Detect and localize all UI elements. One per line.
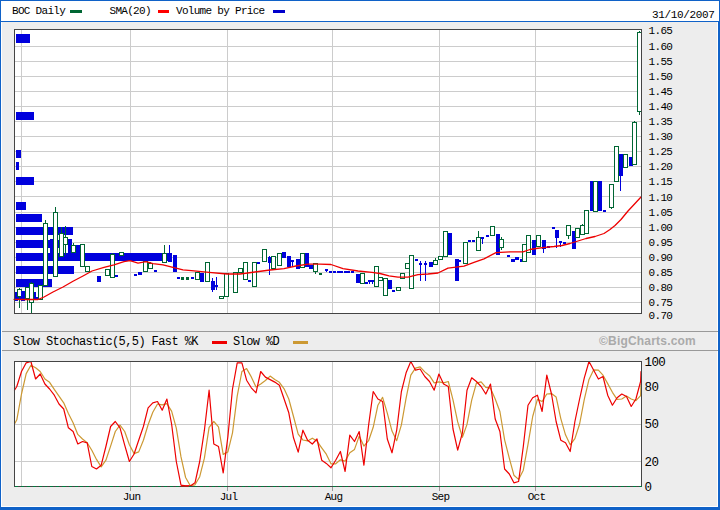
svg-text:100: 100 (645, 356, 666, 370)
svg-text:0.80: 0.80 (649, 282, 673, 294)
svg-text:0.95: 0.95 (649, 237, 673, 249)
svg-text:1.55: 1.55 (649, 56, 673, 68)
svg-text:Slow %D: Slow %D (233, 335, 280, 349)
svg-text:0.90: 0.90 (649, 252, 673, 264)
svg-text:1.50: 1.50 (649, 71, 673, 83)
svg-text:BOC Daily: BOC Daily (12, 5, 66, 17)
svg-text:1.25: 1.25 (649, 146, 673, 158)
svg-text:Slow Stochastic(5,5) Fast %K: Slow Stochastic(5,5) Fast %K (13, 335, 199, 349)
svg-text:0.85: 0.85 (649, 267, 673, 279)
svg-text:0.75: 0.75 (649, 297, 673, 309)
svg-text:1.00: 1.00 (649, 222, 673, 234)
svg-text:1.15: 1.15 (649, 176, 673, 188)
svg-text:SMA(20): SMA(20) (110, 5, 151, 17)
svg-text:1.60: 1.60 (649, 41, 673, 53)
svg-text:1.10: 1.10 (649, 192, 673, 204)
svg-text:1.30: 1.30 (649, 131, 673, 143)
svg-text:1.05: 1.05 (649, 207, 673, 219)
svg-text:Sep: Sep (432, 491, 450, 503)
svg-text:1.20: 1.20 (649, 161, 673, 173)
svg-text:Volume by Price: Volume by Price (176, 5, 265, 17)
svg-text:Aug: Aug (325, 491, 343, 503)
svg-text:1.40: 1.40 (649, 101, 673, 113)
svg-text:50: 50 (645, 418, 659, 432)
svg-text:80: 80 (645, 381, 659, 395)
svg-text:0: 0 (645, 481, 652, 495)
svg-text:20: 20 (645, 456, 659, 470)
svg-text:Jun: Jun (123, 491, 141, 503)
svg-text:31/10/2007: 31/10/2007 (652, 9, 715, 21)
svg-text:1.35: 1.35 (649, 116, 673, 128)
svg-text:0.70: 0.70 (649, 310, 673, 322)
svg-text:Oct: Oct (528, 491, 546, 503)
svg-text:©BigCharts.com: ©BigCharts.com (599, 334, 696, 348)
svg-text:1.45: 1.45 (649, 86, 673, 98)
svg-text:1.65: 1.65 (649, 25, 673, 37)
svg-text:Jul: Jul (220, 491, 238, 503)
